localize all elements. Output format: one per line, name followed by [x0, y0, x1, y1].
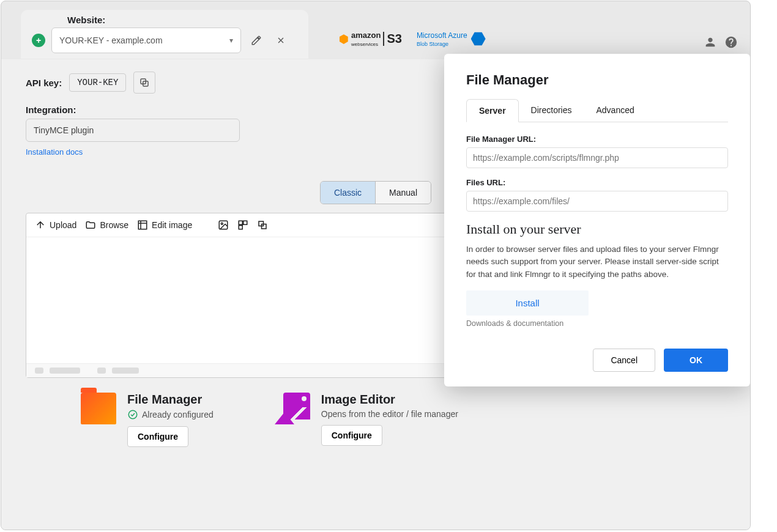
mode-classic[interactable]: Classic	[321, 182, 376, 204]
add-website-button[interactable]: +	[32, 34, 45, 47]
svg-rect-6	[244, 221, 247, 224]
files-url-input[interactable]	[466, 191, 728, 212]
edit-website-button[interactable]	[247, 31, 266, 50]
install-desc: In order to browser server files and upl…	[466, 243, 728, 281]
install-title: Install on your server	[466, 221, 728, 237]
svg-rect-2	[138, 221, 147, 229]
integration-select[interactable]: TinyMCE plugin	[26, 119, 240, 142]
upload-button[interactable]: Upload	[35, 220, 76, 231]
svg-point-4	[221, 223, 223, 224]
fm-url-label: File Manager URL:	[466, 135, 728, 144]
svg-rect-7	[239, 226, 242, 229]
account-icon[interactable]	[704, 35, 717, 51]
website-select[interactable]: YOUR-KEY - example.com ▾	[51, 28, 241, 53]
close-website-button[interactable]	[272, 31, 290, 50]
dialog-tabs: Server Directories Advanced	[466, 99, 728, 122]
fm-configure-button[interactable]: Configure	[127, 426, 188, 447]
aws-s3-logo: ⬢ amazon webservices S3	[339, 31, 402, 47]
website-tab: Website: + YOUR-KEY - example.com ▾	[21, 10, 308, 59]
ok-button[interactable]: OK	[664, 349, 728, 372]
ie-configure-button[interactable]: Configure	[321, 425, 382, 446]
tab-directories[interactable]: Directories	[519, 99, 584, 122]
installation-docs-link[interactable]: Installation docs	[26, 147, 83, 157]
edit-image-button[interactable]: Edit image	[137, 220, 192, 231]
gallery-icon[interactable]	[237, 220, 248, 231]
tab-server[interactable]: Server	[466, 99, 519, 122]
ie-sub: Opens from the editor / file manager	[321, 409, 458, 419]
website-label: Website:	[67, 15, 297, 25]
dialog-title: File Manager	[466, 72, 728, 88]
install-button[interactable]: Install	[466, 290, 589, 316]
api-key-value: YOUR-KEY	[69, 73, 126, 92]
help-icon[interactable]	[724, 35, 738, 51]
api-key-label: API key:	[26, 78, 62, 88]
fm-title: File Manager	[127, 393, 214, 407]
file-manager-dialog: File Manager Server Directories Advanced…	[444, 54, 750, 386]
browse-button[interactable]: Browse	[85, 220, 128, 231]
image-icon[interactable]	[218, 220, 229, 231]
svg-rect-5	[239, 221, 242, 224]
website-value: YOUR-KEY - example.com	[59, 35, 163, 45]
azure-blob-logo: Microsoft Azure Blob Storage	[417, 31, 486, 47]
image-editor-icon	[275, 393, 310, 428]
downloads-docs-link[interactable]: Downloads & documentation	[466, 319, 728, 328]
svg-point-10	[128, 410, 137, 419]
chevron-down-icon: ▾	[229, 36, 233, 45]
image-editor-card: Image Editor Opens from the editor / fil…	[275, 393, 458, 447]
folder-icon	[81, 393, 116, 424]
copy-api-key-button[interactable]	[133, 72, 155, 94]
mode-toggle: Classic Manual	[320, 181, 431, 204]
ie-title: Image Editor	[321, 393, 458, 407]
mode-manual[interactable]: Manual	[376, 182, 431, 204]
file-manager-card: File Manager Already configured Configur…	[81, 393, 214, 447]
layers-icon[interactable]	[257, 220, 268, 231]
fm-status: Already configured	[142, 410, 214, 419]
cloud-logos: ⬢ amazon webservices S3 Microsoft Azure …	[339, 31, 486, 47]
tab-advanced[interactable]: Advanced	[584, 99, 647, 122]
check-circle-icon	[127, 409, 138, 420]
fm-url-input[interactable]	[466, 147, 728, 168]
files-url-label: Files URL:	[466, 178, 728, 187]
cancel-button[interactable]: Cancel	[593, 349, 655, 372]
